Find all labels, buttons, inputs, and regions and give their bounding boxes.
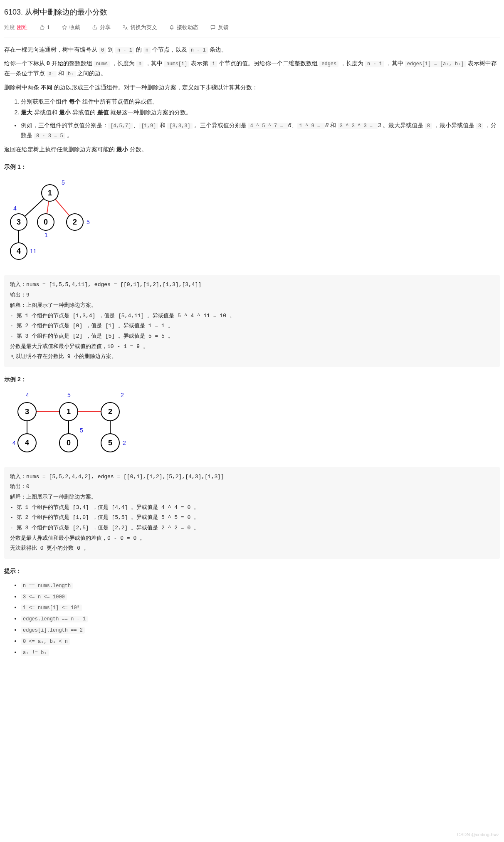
subscribe-button[interactable]: 接收动态 — [169, 23, 198, 32]
svg-text:2: 2 — [73, 218, 77, 226]
svg-text:3: 3 — [17, 218, 21, 226]
svg-text:0: 0 — [67, 439, 71, 447]
translate-button[interactable]: 切换为英文 — [122, 23, 157, 32]
svg-text:3: 3 — [25, 407, 29, 416]
svg-text:5: 5 — [80, 427, 83, 434]
svg-text:2: 2 — [108, 407, 112, 416]
example-2-diagram: 3 1 2 4 0 5 4 5 2 5 4 2 — [4, 389, 500, 463]
like-count: 1 — [47, 23, 50, 32]
svg-text:2: 2 — [123, 440, 126, 446]
svg-text:4: 4 — [13, 205, 17, 212]
constraints-title: 提示： — [4, 566, 500, 576]
example-1-diagram: 1 3 0 2 4 5 4 5 1 11 — [4, 176, 500, 271]
example-2-box: 输入：nums = [5,5,2,4,4,2], edges = [[0,1],… — [4, 467, 500, 559]
svg-text:2: 2 — [121, 392, 124, 398]
example-1-title: 示例 1： — [4, 162, 500, 172]
problem-title: 6103. 从树中删除边的最小分数 — [4, 6, 500, 19]
list-item: 1 <= nums[i] <= 10⁸ — [21, 602, 500, 612]
svg-text:0: 0 — [44, 218, 48, 226]
translate-icon — [122, 25, 128, 30]
list-item: 0 <= aᵢ, bᵢ < n — [21, 636, 500, 646]
example-1-box: 输入：nums = [1,5,5,4,11], edges = [[0,1],[… — [4, 275, 500, 367]
list-item: 分别获取三个组件 每个 组件中所有节点值的异或值。 — [21, 97, 500, 107]
feedback-button[interactable]: 反馈 — [210, 23, 229, 32]
paragraph: 存在一棵无向连通树，树中有编号从 0 到 n - 1 的 n 个节点，以及 n … — [4, 45, 500, 55]
svg-text:5: 5 — [67, 392, 71, 398]
svg-text:1: 1 — [67, 407, 71, 416]
subscribe-label: 接收动态 — [177, 23, 198, 32]
paragraph: 删除树中两条 不同 的边以形成三个连通组件。对于一种删除边方案，定义如下步骤以计… — [4, 83, 500, 93]
bell-icon — [169, 25, 175, 30]
like-button[interactable]: 1 — [39, 23, 50, 32]
difficulty-label: 难度 — [4, 24, 15, 30]
list-item: 最大 异或值和 最小 异或值的 差值 就是这一种删除边方案的分数。 — [21, 108, 500, 118]
svg-text:4: 4 — [26, 392, 29, 398]
constraints-list: n == nums.length 3 <= n <= 1000 1 <= num… — [4, 580, 500, 657]
svg-text:1: 1 — [48, 189, 52, 197]
list-item: edges.length == n - 1 — [21, 614, 500, 624]
paragraph: 给你一个下标从 0 开始的整数数组 nums ，长度为 n ，其中 nums[i… — [4, 59, 500, 79]
svg-text:4: 4 — [17, 247, 21, 255]
problem-description: 存在一棵无向连通树，树中有编号从 0 到 n - 1 的 n 个节点，以及 n … — [4, 45, 500, 657]
svg-text:11: 11 — [30, 248, 37, 254]
list-item: n == nums.length — [21, 580, 500, 590]
toolbar: 难度 困难 1 收藏 分享 切换为英文 接收动态 反馈 — [4, 23, 500, 37]
share-button[interactable]: 分享 — [92, 23, 111, 32]
difficulty-value: 困难 — [17, 24, 27, 30]
paragraph: 返回在给定树上执行任意删除边方案可能的 最小 分数。 — [4, 145, 500, 155]
favorite-button[interactable]: 收藏 — [62, 23, 80, 32]
feedback-label: 反馈 — [218, 23, 229, 32]
list-item: 例如，三个组件的节点值分别是：[4,5,7]、[1,9] 和 [3,3,3] 。… — [21, 121, 500, 141]
difficulty: 难度 困难 — [4, 23, 27, 32]
svg-text:4: 4 — [12, 440, 16, 446]
favorite-label: 收藏 — [69, 23, 80, 32]
svg-text:4: 4 — [25, 439, 29, 447]
svg-text:5: 5 — [62, 179, 65, 186]
unordered-list: 例如，三个组件的节点值分别是：[4,5,7]、[1,9] 和 [3,3,3] 。… — [4, 121, 500, 141]
thumb-up-icon — [39, 25, 45, 30]
constraints: n == nums.length 3 <= n <= 1000 1 <= num… — [4, 580, 500, 657]
list-item: edges[i].length == 2 — [21, 625, 500, 635]
comment-icon — [210, 25, 216, 30]
ordered-list: 分别获取三个组件 每个 组件中所有节点值的异或值。 最大 异或值和 最小 异或值… — [4, 97, 500, 118]
share-icon — [92, 25, 98, 30]
share-label: 分享 — [100, 23, 111, 32]
svg-text:5: 5 — [108, 439, 112, 447]
list-item: aᵢ != bᵢ — [21, 647, 500, 657]
svg-text:1: 1 — [44, 232, 48, 238]
translate-label: 切换为英文 — [130, 23, 157, 32]
svg-text:5: 5 — [86, 219, 90, 225]
list-item: 3 <= n <= 1000 — [21, 592, 500, 602]
example-2-title: 示例 2： — [4, 375, 500, 385]
star-icon — [62, 25, 67, 30]
